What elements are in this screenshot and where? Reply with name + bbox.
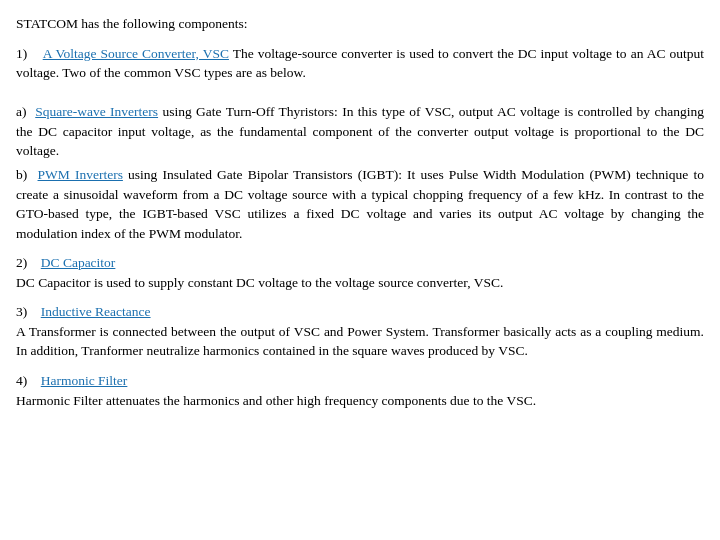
sub-b-title: PWM Inverters xyxy=(38,167,123,182)
section-1: 1) A Voltage Source Converter, VSC The v… xyxy=(16,44,704,244)
intro-text: STATCOM has the following components: xyxy=(16,14,704,34)
section-4-heading: 4) Harmonic Filter xyxy=(16,371,704,391)
section-1-heading: 1) A Voltage Source Converter, VSC The v… xyxy=(16,44,704,83)
sub-section-b: b) PWM Inverters using Insulated Gate Bi… xyxy=(16,165,704,243)
section-4-body: Harmonic Filter attenuates the harmonics… xyxy=(16,391,704,411)
section-4-title: Harmonic Filter xyxy=(41,373,128,388)
section-2-heading: 2) DC Capacitor xyxy=(16,253,704,273)
section-1-title: A Voltage Source Converter, VSC xyxy=(43,46,229,61)
sub-a-label: a) xyxy=(16,104,35,119)
sub-a-text: a) Square-wave Inverters using Gate Turn… xyxy=(16,102,704,161)
section-4-num: 4) xyxy=(16,373,41,388)
section-3-heading: 3) Inductive Reactance xyxy=(16,302,704,322)
sub-b-text: b) PWM Inverters using Insulated Gate Bi… xyxy=(16,165,704,243)
section-3: 3) Inductive Reactance A Transformer is … xyxy=(16,302,704,361)
sub-a-title: Square-wave Inverters xyxy=(35,104,158,119)
section-3-body: A Transformer is connected between the o… xyxy=(16,322,704,361)
section-2-num: 2) xyxy=(16,255,41,270)
section-2-body: DC Capacitor is used to supply constant … xyxy=(16,273,704,293)
section-2-title: DC Capacitor xyxy=(41,255,116,270)
page-content: STATCOM has the following components: 1)… xyxy=(0,0,720,434)
section-3-num: 3) xyxy=(16,304,41,319)
section-1-num: 1) xyxy=(16,46,43,61)
section-2: 2) DC Capacitor DC Capacitor is used to … xyxy=(16,253,704,292)
section-3-title: Inductive Reactance xyxy=(41,304,151,319)
sub-b-label: b) xyxy=(16,167,38,182)
sub-section-a: a) Square-wave Inverters using Gate Turn… xyxy=(16,102,704,161)
section-4: 4) Harmonic Filter Harmonic Filter atten… xyxy=(16,371,704,410)
